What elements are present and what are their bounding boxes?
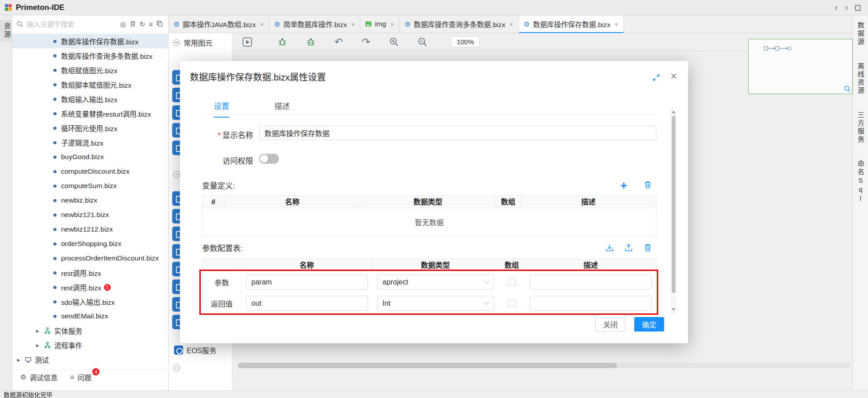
close-icon[interactable]: × <box>351 21 355 28</box>
tab-description[interactable]: 描述 <box>274 100 290 118</box>
debug-button[interactable] <box>278 37 287 47</box>
tree-group-test[interactable]: ▸ 测试 <box>12 352 168 367</box>
close-icon[interactable]: × <box>614 21 618 28</box>
zoom-out-button[interactable] <box>418 37 427 47</box>
run-button[interactable] <box>242 37 252 47</box>
tree-item[interactable]: sendEMail.bizx <box>12 309 168 323</box>
scrollbar-thumb[interactable] <box>238 363 617 368</box>
tree-item[interactable]: newbiz121.bizx <box>12 208 168 222</box>
rail-tab-named-sql[interactable]: 命名Sql <box>856 160 865 204</box>
debug-all-button[interactable] <box>306 37 316 47</box>
tree-item[interactable]: 循环图元使用.bizx <box>12 121 168 135</box>
return-type-select[interactable]: Int <box>377 296 494 311</box>
param-type-select[interactable]: aproject <box>377 275 494 289</box>
close-icon[interactable]: × <box>260 21 264 28</box>
scrollbar-thumb[interactable] <box>672 116 675 293</box>
minimap-flow-preview <box>749 39 852 94</box>
palette-section-collapse[interactable] <box>173 365 180 371</box>
close-icon[interactable]: × <box>390 21 394 28</box>
close-icon[interactable]: × <box>509 21 514 28</box>
tree-item[interactable]: newbiz1212.bizx <box>12 222 168 237</box>
rail-tab-resources[interactable]: 资源 <box>0 20 12 42</box>
tree-group-process-events[interactable]: ▸ 流程事件 <box>12 338 168 352</box>
minimap <box>748 39 853 94</box>
tree-item[interactable]: rest调用.bizx <box>12 265 168 280</box>
palette-section-eos[interactable]: EOS服务 <box>174 345 217 355</box>
tree-item[interactable]: newbiz.bizx <box>12 193 168 208</box>
nav-back-button[interactable]: ‹ <box>835 3 838 13</box>
export-params-button[interactable] <box>624 243 633 252</box>
return-description-input[interactable] <box>530 296 651 311</box>
modal-scrollbar[interactable] <box>671 108 676 313</box>
add-variable-button[interactable]: + <box>620 180 627 191</box>
collapse-icon[interactable] <box>173 365 180 371</box>
tree-item[interactable]: 数据库操作查询多条数据.bizx <box>12 48 168 63</box>
minimap-zoom-icon[interactable] <box>844 85 851 92</box>
scroll-up-arrow[interactable] <box>671 109 676 115</box>
ok-button[interactable]: 确定 <box>634 317 664 332</box>
dialog-footer: 关闭 确定 <box>595 317 664 332</box>
scroll-down-arrow[interactable] <box>671 306 676 313</box>
tab-simple-db-op[interactable]: ⚙ 简单数据库操作.bizx × <box>269 15 361 33</box>
rail-tab-offline-resources[interactable]: 离线资源 <box>856 62 865 95</box>
tree-group-entity-service[interactable]: ▸ 实体服务 <box>12 323 168 338</box>
param-name-input[interactable] <box>246 275 368 289</box>
tree-item[interactable]: computeSum.bizx <box>12 179 168 193</box>
display-name-input[interactable] <box>259 126 656 140</box>
tree-item[interactable]: orderShopping.bizx <box>12 237 168 251</box>
chevron-right-icon: ▸ <box>36 327 43 334</box>
array-checkbox[interactable] <box>508 299 516 307</box>
restore-window-button[interactable] <box>855 5 861 11</box>
tree-item[interactable]: 数组赋值图元.bizx <box>12 63 168 77</box>
zoom-level[interactable]: 100% <box>451 36 480 47</box>
tree-item[interactable]: 数组输入输出.bizx <box>12 92 168 106</box>
tree-item[interactable]: buyGood.bizx <box>12 150 168 164</box>
nav-forward-button[interactable]: › <box>845 3 848 13</box>
tab-db-save-data[interactable]: ⚙ 数据库操作保存数据.bizx × <box>519 15 624 33</box>
required-mark: * <box>217 131 221 140</box>
zoom-in-button[interactable] <box>389 37 399 47</box>
undo-button[interactable]: ↶ <box>335 37 343 47</box>
tree-item[interactable]: computeDiscount.bizx <box>12 164 168 179</box>
tree-item[interactable]: 系统变量替换resturl调用.bizx <box>12 106 168 121</box>
delete-variable-button[interactable] <box>644 180 652 189</box>
redo-button[interactable]: ↷ <box>362 37 370 47</box>
tree-item[interactable]: 子逻辑流.bizx <box>12 135 168 150</box>
locate-icon[interactable]: ◎ <box>120 21 126 28</box>
list-icon[interactable]: ≡ <box>149 21 153 28</box>
tree-item[interactable]: sdo输入输出.bizx <box>12 294 168 309</box>
debug-info-button[interactable]: 调试信息 <box>29 372 57 382</box>
collapse-icon[interactable] <box>173 171 180 178</box>
search-input[interactable] <box>27 20 117 28</box>
rail-tab-datasource[interactable]: 数据源 <box>856 22 865 46</box>
bullet-icon <box>53 271 57 275</box>
delete-params-button[interactable] <box>644 243 652 252</box>
trash-icon[interactable] <box>130 20 136 28</box>
collapse-icon[interactable] <box>173 39 180 46</box>
titlebar: Primeton-IDE ‹ › <box>0 0 868 15</box>
param-description-input[interactable] <box>530 275 651 289</box>
status-message: 数据源初始化完毕 <box>4 390 52 398</box>
tab-img[interactable]: img × <box>360 15 400 33</box>
refresh-icon[interactable]: ↻ <box>140 21 146 28</box>
canvas-h-scrollbar[interactable] <box>238 363 850 368</box>
close-dialog-button[interactable]: 关闭 <box>595 317 625 332</box>
palette-section-common[interactable]: 常用图元 <box>173 37 212 48</box>
tree-item[interactable]: 数据库操作保存数据.bizx <box>12 34 168 48</box>
return-name-input[interactable] <box>246 296 368 311</box>
expand-icon[interactable] <box>652 74 660 81</box>
problems-button[interactable]: ≡ 问题 4 <box>70 372 91 382</box>
tab-script-java-array[interactable]: ⚙ 脚本操作JAVA数组.bizx × <box>169 15 269 33</box>
tree-item[interactable]: rest调用.bizx1 <box>12 280 168 294</box>
access-toggle[interactable] <box>259 154 279 164</box>
left-rail: 资源 <box>0 15 12 390</box>
import-params-button[interactable] <box>605 243 614 252</box>
array-checkbox[interactable] <box>508 278 516 286</box>
copy-icon[interactable] <box>156 20 163 28</box>
tree-item[interactable]: 数组脚本赋值图元.bizx <box>12 77 168 92</box>
tab-db-query-multi[interactable]: ⚙ 数据库操作查询多条数据.bizx × <box>400 15 519 33</box>
tree-item[interactable]: processOrderItemDiscount.bizx <box>12 251 168 265</box>
tab-settings[interactable]: 设置 <box>214 100 229 118</box>
palette-section-collapse[interactable] <box>173 171 180 178</box>
dialog-close-icon[interactable]: × <box>670 70 677 82</box>
